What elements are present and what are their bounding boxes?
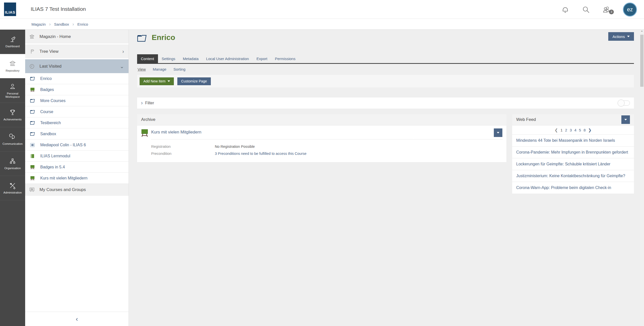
courses-groups-icon — [29, 187, 35, 193]
customize-page-button[interactable]: Customize Page — [177, 77, 211, 85]
actions-button[interactable]: Actions — [608, 32, 634, 41]
folder-icon — [30, 109, 35, 115]
pagination-page-4[interactable]: 4 — [574, 128, 576, 132]
sidebar-item-label: Tree View — [39, 49, 59, 54]
subtab-sorting[interactable]: Sorting — [173, 67, 185, 71]
pagination-page-8[interactable]: 8 — [584, 128, 586, 132]
filter-label[interactable]: Filter — [145, 101, 154, 105]
last-visited-item-enrico[interactable]: Enrico — [25, 73, 129, 84]
scrollbar-thumb[interactable] — [640, 35, 643, 87]
caret-down-icon — [627, 36, 630, 37]
main-content: Enrico Actions Content Settings Metadata… — [129, 30, 640, 326]
clock-icon — [29, 63, 35, 69]
rail-item-repository[interactable]: Repository — [0, 54, 25, 78]
rail-label: Repository — [5, 69, 21, 72]
sidebar-item-magazin-home[interactable]: Magazin - Home — [25, 30, 129, 43]
bank-icon — [29, 34, 35, 40]
rail-item-organisation[interactable]: Organisation — [0, 152, 25, 176]
last-visited-item-badges-54[interactable]: Badges in 5.4 — [25, 162, 129, 173]
webfeed-actions-dropdown[interactable] — [621, 115, 630, 124]
folder-icon — [30, 120, 35, 126]
dashed-divider — [151, 139, 502, 139]
rail-label: Personal Workspace — [0, 92, 25, 99]
mediapool-icon — [30, 142, 35, 148]
rail-label: Dashboard — [5, 45, 21, 48]
precondition-link[interactable]: 3 Preconditions need to be fulfilled to … — [215, 152, 306, 156]
ilias-logo[interactable]: ILIAS — [4, 3, 16, 16]
filter-toggle[interactable] — [618, 101, 630, 106]
last-visited-item-mediapool[interactable]: Mediapool Colin - ILIAS 6 — [25, 139, 129, 151]
tab-settings[interactable]: Settings — [158, 54, 179, 63]
subtab-manage[interactable]: Manage — [153, 67, 166, 71]
customize-page-label: Customize Page — [181, 79, 207, 83]
sidebar-item-label: Last Visited — [39, 64, 62, 69]
webfeed-panel: Web Feed ❮ 1 2 3 4 5 8 ❯ Mindestens 44 T… — [512, 114, 634, 194]
chevron-right-icon: › — [122, 49, 124, 54]
breadcrumb-magazin[interactable]: Magazin — [31, 22, 46, 26]
feed-item[interactable]: Justizministerium: Keine Kontaktbeschrän… — [512, 170, 634, 182]
feed-item[interactable]: Mindestens 44 Tote bei Massenpanik im No… — [512, 135, 634, 147]
add-new-item-button[interactable]: Add New Item — [140, 77, 174, 85]
last-visited-item-testbereich[interactable]: Testbereich — [25, 117, 129, 128]
course-icon — [30, 87, 35, 92]
breadcrumb-enrico[interactable]: Enrico — [77, 22, 88, 26]
avatar[interactable]: ez — [623, 3, 637, 17]
person-icon — [9, 83, 16, 90]
caret-down-icon — [624, 119, 627, 120]
bell-icon[interactable] — [561, 5, 570, 14]
main-menu-rail: Dashboard Repository Personal Workspace … — [0, 30, 25, 326]
last-visited-item-sandbox[interactable]: Sandbox — [25, 128, 129, 139]
rail-item-achievements[interactable]: Achievements — [0, 103, 25, 127]
tab-local-user-administration[interactable]: Local User Administration — [202, 54, 253, 63]
sidebar-item-my-courses-groups[interactable]: My Courses and Groups — [25, 184, 129, 196]
chevron-right-icon[interactable]: › — [141, 100, 143, 106]
breadcrumb-bar: Magazin › Sandbox › Enrico — [0, 19, 644, 30]
last-visited-label: Course — [40, 110, 53, 114]
pagination-page-5[interactable]: 5 — [579, 128, 581, 132]
subtab-view[interactable]: View — [138, 67, 146, 71]
pagination-page-3[interactable]: 3 — [570, 128, 572, 132]
tab-export[interactable]: Export — [253, 54, 271, 63]
last-visited-item-kurs[interactable]: Kurs mit vielen Mitgliedern — [25, 173, 129, 184]
tab-metadata[interactable]: Metadata — [179, 54, 203, 63]
feed-item[interactable]: Corona-Pandemie: Mehr Impfungen in Brenn… — [512, 147, 634, 158]
webfeed-title: Web Feed — [516, 117, 536, 122]
rail-item-personal-workspace[interactable]: Personal Workspace — [0, 78, 25, 103]
last-visited-item-lernmodul[interactable]: ILIAS Lernmodul — [25, 151, 129, 162]
tab-content[interactable]: Content — [137, 54, 158, 63]
trophy-icon — [9, 109, 16, 116]
rail-item-dashboard[interactable]: Dashboard — [0, 30, 25, 54]
pagination-prev-icon[interactable]: ❮ — [555, 128, 558, 132]
rail-item-administration[interactable]: Administration — [0, 176, 25, 200]
tab-permissions[interactable]: Permissions — [271, 54, 299, 63]
pagination-next-icon[interactable]: ❯ — [588, 128, 591, 132]
course-link[interactable]: Kurs mit vielen Mitgliedern — [151, 129, 201, 135]
scrollbar-up-icon[interactable]: ⌃ — [640, 30, 644, 34]
registration-value: No Registration Possible — [215, 145, 255, 149]
item-actions-dropdown[interactable] — [494, 128, 502, 137]
webfeed-header: Web Feed — [512, 114, 634, 125]
rail-item-communication[interactable]: Communication — [0, 127, 25, 152]
last-visited-item-course[interactable]: Course — [25, 106, 129, 117]
search-icon[interactable] — [582, 5, 590, 14]
last-visited-label: Enrico — [40, 76, 52, 81]
sidebar-item-tree-view[interactable]: Tree View › — [25, 44, 129, 58]
sidebar-item-last-visited[interactable]: Last Visited ⌄ — [25, 59, 129, 73]
breadcrumb-sandbox[interactable]: Sandbox — [54, 22, 69, 26]
archive-header: Archive — [137, 114, 506, 125]
last-visited-label: Mediapool Colin - ILIAS 6 — [40, 143, 86, 147]
feed-item[interactable]: Lockerungen für Geimpfte: Schäuble kriti… — [512, 158, 634, 170]
pagination-page-1[interactable]: 1 — [560, 128, 562, 132]
last-visited-item-badges[interactable]: Badges — [25, 84, 129, 95]
users-icon[interactable]: 3 — [602, 5, 611, 14]
pagination-page-2[interactable]: 2 — [565, 128, 567, 132]
caret-down-icon — [497, 132, 499, 133]
tab-bar: Content Settings Metadata Local User Adm… — [137, 54, 634, 64]
bank-icon — [9, 60, 16, 67]
learning-module-icon — [30, 153, 35, 159]
vertical-scrollbar[interactable]: ⌃ — [640, 30, 644, 326]
feed-item[interactable]: Corona-Warn-App: Probleme beim digitalen… — [512, 182, 634, 194]
last-visited-label: More Courses — [40, 99, 65, 103]
last-visited-item-more-courses[interactable]: More Courses — [25, 95, 129, 106]
collapse-panel-button[interactable]: ‹ — [25, 312, 129, 326]
